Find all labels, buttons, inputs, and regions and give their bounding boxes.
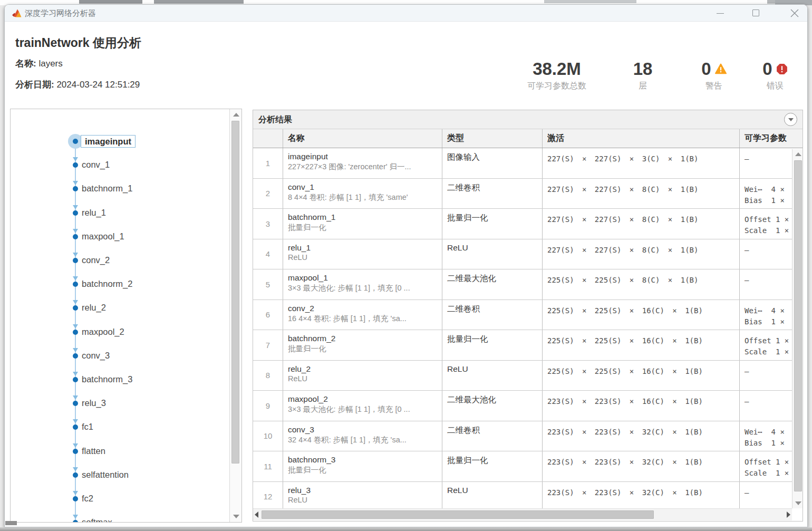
table-row[interactable]: 2conv_18 4×4 卷积: 步幅 [1 1]，填充 'same'二维卷积2…	[253, 179, 792, 209]
row-number-cell: 1	[253, 148, 283, 178]
table-vertical-scrollbar[interactable]	[792, 149, 803, 508]
learnable-params-cell: Wei⋯ 4 × Bias 1 ×	[740, 421, 792, 451]
table-row[interactable]: 10conv_332 4×4 卷积: 步幅 [1 1]，填充 'sa...二维卷…	[253, 421, 792, 452]
results-header-bar: 分析结果	[253, 110, 803, 129]
arrow-down-icon	[73, 467, 78, 471]
maximize-button[interactable]	[744, 5, 768, 22]
layer-node-dot[interactable]	[73, 330, 78, 335]
scroll-up-icon[interactable]	[795, 152, 801, 156]
layer-name: conv_3	[288, 425, 442, 435]
layer-node-label-imageinput[interactable]: imageinput	[81, 135, 136, 148]
learnable-params-cell: Offset 1 × Scale 1 ×	[740, 330, 792, 360]
layer-node-label-maxpool_1[interactable]: maxpool_1	[82, 230, 124, 242]
scrollbar-thumb[interactable]	[231, 121, 239, 464]
layer-node-dot[interactable]	[73, 186, 78, 191]
table-row[interactable]: 8relu_2ReLUReLU225(S) × 225(S) × 16(C) ×…	[253, 361, 792, 391]
results-table: 1imageinput227×227×3 图像: 'zerocenter' 归一…	[253, 148, 792, 508]
table-row[interactable]: 12relu_3ReLUReLU223(S) × 223(S) × 32(C) …	[253, 482, 792, 509]
layer-node-dot[interactable]	[73, 377, 78, 382]
layer-type: ReLU	[447, 243, 542, 253]
learnable-params-value: Offset 1 × Scale 1 ×	[745, 214, 792, 236]
layer-type-cell: 批量归一化	[442, 330, 543, 360]
scroll-left-icon[interactable]	[255, 511, 258, 518]
arrow-down-icon	[73, 491, 78, 495]
layer-node-dot[interactable]	[73, 258, 78, 263]
table-row[interactable]: 3batchnorm_1批量归一化批量归一化227(S) × 227(S) × …	[253, 209, 792, 239]
row-number-cell: 7	[253, 330, 283, 360]
activations-value: 225(S) × 225(S) × 8(C) × 1(B)	[547, 275, 739, 286]
layer-name: relu_3	[288, 486, 442, 495]
table-horizontal-scrollbar[interactable]	[253, 508, 792, 520]
scroll-right-icon[interactable]	[787, 511, 790, 518]
row-number: 7	[266, 341, 270, 350]
layer-description: 批量归一化	[288, 465, 442, 475]
layer-node-label-flatten[interactable]: flatten	[82, 445, 105, 457]
layer-node-dot[interactable]	[73, 139, 78, 144]
table-row[interactable]: 4relu_1ReLUReLU227(S) × 227(S) × 8(C) × …	[253, 239, 792, 270]
layer-node-label-maxpool_2[interactable]: maxpool_2	[82, 326, 124, 337]
column-header-可学习参数: 可学习参数	[740, 129, 792, 148]
background-window-fragment	[544, 0, 636, 3]
activations-value: 223(S) × 223(S) × 32(C) × 1(B)	[547, 427, 739, 438]
stat-value: 0	[701, 59, 711, 79]
layer-node-label-conv_2[interactable]: conv_2	[82, 254, 110, 266]
layer-node-label-selfattention[interactable]: selfattention	[82, 469, 129, 480]
layer-type-cell: 二维卷积	[442, 179, 543, 209]
arrow-down-icon	[73, 372, 78, 376]
layer-node-dot[interactable]	[73, 472, 78, 478]
row-number-cell: 4	[253, 239, 283, 269]
layer-node-dot[interactable]	[73, 401, 78, 406]
scrollbar-thumb[interactable]	[262, 510, 654, 519]
layer-node-dot[interactable]	[73, 305, 78, 311]
network-graph-panel: imageinputconv_1batchnorm_1relu_1maxpool…	[10, 109, 242, 523]
table-row[interactable]: 11batchnorm_3批量归一化批量归一化223(S) × 223(S) ×…	[253, 451, 792, 482]
stat-value: 18	[633, 59, 653, 79]
table-row[interactable]: 6conv_216 4×4 卷积: 步幅 [1 1]，填充 'sa...二维卷积…	[253, 300, 792, 331]
learnable-params-value: –	[745, 153, 792, 165]
scroll-down-icon[interactable]	[233, 515, 239, 518]
layer-type: 图像输入	[447, 152, 542, 163]
scroll-down-icon[interactable]	[795, 501, 801, 505]
layer-node-label-batchnorm_3[interactable]: batchnorm_3	[82, 373, 132, 385]
layer-node-dot[interactable]	[73, 234, 78, 239]
layer-name-cell: batchnorm_3批量归一化	[283, 451, 442, 481]
minimize-button[interactable]	[708, 5, 732, 22]
layer-node-label-conv_1[interactable]: conv_1	[82, 159, 110, 170]
graph-vertical-scrollbar[interactable]	[229, 109, 241, 522]
collapse-results-button[interactable]	[784, 113, 797, 126]
layer-node-dot[interactable]	[73, 162, 78, 168]
layer-type: 二维卷积	[447, 182, 542, 194]
stat-block: 18层	[608, 59, 677, 92]
layer-node-label-batchnorm_1[interactable]: batchnorm_1	[82, 182, 132, 194]
layer-node-dot[interactable]	[73, 282, 78, 287]
activations-cell: 227(S) × 227(S) × 8(C) × 1(B)	[543, 179, 740, 209]
layer-node-label-batchnorm_2[interactable]: batchnorm_2	[82, 278, 132, 289]
layer-node-label-relu_2[interactable]: relu_2	[82, 302, 106, 313]
layer-node-label-softmax[interactable]: softmax	[82, 516, 112, 522]
scrollbar-thumb[interactable]	[794, 160, 802, 491]
layer-node-dot[interactable]	[73, 496, 78, 501]
layer-node-dot[interactable]	[73, 449, 78, 454]
learnable-params-cell: –	[740, 391, 792, 421]
table-row[interactable]: 1imageinput227×227×3 图像: 'zerocenter' 归一…	[253, 148, 792, 179]
table-row[interactable]: 9maxpool_23×3 最大池化: 步幅 [1 1]，填充 [0 ...二维…	[253, 391, 792, 421]
layer-type: 二维卷积	[447, 304, 542, 315]
stat-label: 警告	[682, 81, 746, 92]
row-number-cell: 5	[253, 269, 283, 300]
scroll-up-icon[interactable]	[233, 113, 239, 117]
layer-node-label-relu_3[interactable]: relu_3	[82, 397, 106, 409]
table-row[interactable]: 5maxpool_13×3 最大池化: 步幅 [1 1]，填充 [0 ...二维…	[253, 269, 792, 300]
analysis-results-panel: 分析结果 名称类型激活可学习参数 1imageinput227×227×3 图像…	[253, 110, 803, 522]
layer-node-dot[interactable]	[73, 353, 78, 359]
layer-node-dot[interactable]	[73, 424, 78, 430]
table-row[interactable]: 7batchnorm_2批量归一化批量归一化225(S) × 225(S) × …	[253, 330, 792, 361]
row-number: 4	[266, 249, 270, 258]
close-button[interactable]	[782, 5, 807, 22]
layer-node-dot[interactable]	[73, 520, 78, 522]
layer-node-dot[interactable]	[73, 210, 78, 216]
layer-type-cell: 二维卷积	[442, 300, 543, 330]
layer-node-label-relu_1[interactable]: relu_1	[82, 207, 106, 218]
layer-node-label-conv_3[interactable]: conv_3	[82, 350, 110, 361]
layer-node-label-fc1[interactable]: fc1	[82, 421, 93, 432]
layer-node-label-fc2[interactable]: fc2	[82, 493, 93, 504]
